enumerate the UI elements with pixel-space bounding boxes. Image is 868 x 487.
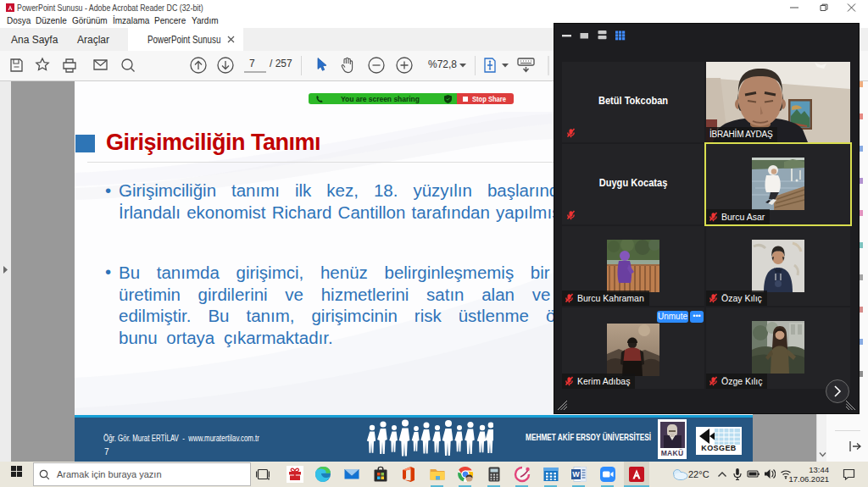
- svg-text:W: W: [572, 470, 580, 479]
